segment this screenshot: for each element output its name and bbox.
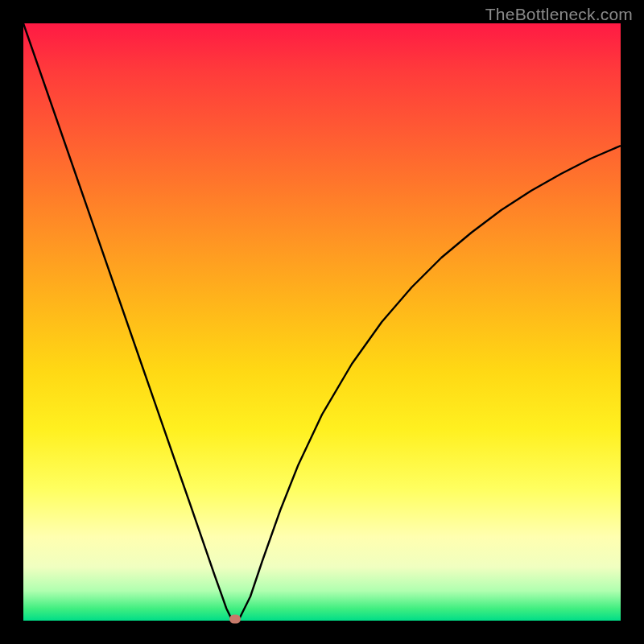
- curve-path: [23, 23, 621, 621]
- optimum-marker: [229, 615, 241, 624]
- plot-area: [23, 23, 621, 621]
- watermark-text: TheBottleneck.com: [485, 5, 633, 24]
- bottleneck-curve: [23, 23, 621, 621]
